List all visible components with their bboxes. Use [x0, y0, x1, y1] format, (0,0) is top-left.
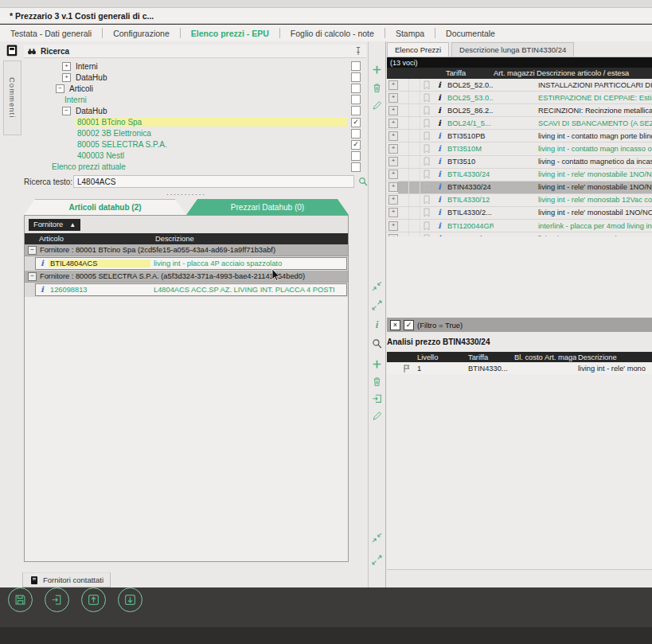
tab-stampa[interactable]: Stampa — [385, 25, 435, 41]
splitter-handle[interactable]: ........... — [24, 189, 349, 196]
filter-close-button[interactable]: × — [390, 320, 400, 330]
expand-icon[interactable]: + — [388, 182, 398, 192]
plus-button[interactable] — [372, 64, 383, 75]
expand-icon[interactable]: + — [388, 208, 398, 217]
collapse-icon[interactable]: − — [56, 84, 64, 93]
comments-side-tab[interactable]: Commenti — [3, 60, 21, 135]
expand-icon[interactable]: + — [62, 73, 71, 82]
tree-checkbox[interactable] — [351, 61, 361, 71]
tree-item[interactable]: −Articoli — [25, 83, 365, 94]
price-row[interactable]: +iBTIL4330/12living int - rele' monostab… — [387, 194, 652, 207]
trash-button[interactable] — [372, 376, 383, 387]
plus-button[interactable] — [372, 358, 383, 369]
expand-icon[interactable]: + — [388, 195, 398, 205]
tree-item[interactable]: −DataHub — [25, 105, 365, 116]
pencil-button[interactable] — [372, 410, 383, 421]
collapse-button[interactable] — [372, 280, 383, 291]
expand-icon[interactable]: + — [388, 157, 398, 166]
tree-checkbox[interactable] — [351, 151, 361, 161]
article-row[interactable]: iBTIL4804ACSliving int - placca 4P accia… — [35, 257, 347, 270]
duplicate-button[interactable] — [372, 392, 383, 404]
collapse-icon[interactable]: − — [28, 246, 37, 255]
tree-item[interactable]: 80002 3B Elettronica — [25, 128, 365, 139]
col-livello[interactable]: Livello — [416, 353, 455, 361]
pin-icon[interactable] — [353, 46, 363, 56]
tab-testata-dati-generali[interactable]: Testata - Dati generali — [0, 25, 102, 41]
expand-button[interactable] — [372, 299, 383, 310]
price-row[interactable]: +iBTI3510Mliving int - contatto magn inc… — [387, 142, 652, 155]
save-button[interactable] — [8, 587, 33, 612]
price-row[interactable]: +iBOL24/1_5...SCAVI DI SBANCAMENTO (A SE… — [387, 117, 652, 130]
tree-item[interactable]: +DataHub — [25, 72, 365, 83]
tab-documentale[interactable]: Documentale — [435, 25, 506, 41]
price-row[interactable]: +iBTIN4330/24living int - rele' monostab… — [387, 181, 652, 194]
tree-checkbox[interactable]: ✓ — [351, 140, 361, 150]
group-by-fornitore-button[interactable]: Fornitore ▲ — [29, 219, 80, 231]
expand-icon[interactable]: + — [388, 170, 398, 179]
filter-checkbox[interactable]: ✓ — [404, 320, 414, 330]
download-button[interactable] — [118, 587, 143, 612]
tree-item[interactable]: +Interni — [25, 60, 365, 72]
right-tab-elenco-prezzi[interactable]: Elenco Prezzi — [387, 42, 449, 57]
analysis-row[interactable]: 1 BTIN4330... living int - rele' mono — [387, 362, 652, 375]
tree-item[interactable]: 80001 BTcino Spa✓ — [25, 116, 365, 127]
price-row[interactable]: +iBTIL4330/24living int - rele' monostab… — [387, 169, 652, 181]
tree-item[interactable]: 80005 SELECTRA S.P.A.✓ — [25, 139, 365, 150]
expand-icon[interactable]: + — [388, 106, 398, 115]
expand-icon[interactable]: + — [388, 80, 398, 90]
price-row[interactable]: +iBTI3510PBliving int - contatto magn po… — [387, 130, 652, 142]
price-row[interactable]: +iBOL25_52.0...INSTALLAZIONI PARTICOLARI… — [387, 79, 652, 92]
group-header-row[interactable]: −Fornitore : 80001 BTcino Spa (2cd5fe15-… — [25, 244, 348, 256]
tree-checkbox[interactable]: ✓ — [351, 118, 361, 127]
collapse-icon[interactable]: − — [28, 272, 37, 281]
upload-button[interactable] — [81, 587, 106, 612]
col-bl-costo[interactable]: Bl. costo — [513, 353, 543, 361]
datahub-tab-prezzari-datahub-0-[interactable]: Prezzari Datahub (0) — [186, 199, 349, 215]
group-header-row[interactable]: −Fornitore : 80005 SELECTRA S.P.A. (a5f3… — [25, 271, 348, 283]
tree-checkbox[interactable] — [351, 162, 361, 172]
col-analysis-tariffa[interactable]: Tariffa — [467, 353, 513, 361]
info-button[interactable]: i — [372, 318, 383, 330]
fornitori-contattati-tab[interactable]: Fornitori contattati — [22, 572, 111, 587]
price-row[interactable]: +iBTIL4330/2...living int - rele' monost… — [387, 207, 652, 220]
tree-checkbox[interactable] — [351, 106, 361, 115]
expand-icon[interactable]: + — [388, 221, 398, 231]
price-row[interactable]: +iBOL25_53.0...ESTIRPAZIONE DI CEPPAIE: … — [387, 92, 652, 104]
col-analysis-descrizione[interactable]: Descrizione — [576, 353, 652, 361]
tree-checkbox[interactable] — [351, 72, 361, 82]
expand-icon[interactable]: + — [388, 131, 398, 141]
tree-checkbox[interactable] — [351, 95, 361, 104]
trash-button[interactable] — [372, 82, 383, 93]
tab-elenco-prezzi-epu[interactable]: Elenco prezzi - EPU — [181, 25, 279, 41]
price-row[interactable]: +iBTI120044GRinterlink - placca per 4mod… — [387, 220, 652, 232]
col-tariffa[interactable]: Tariffa — [444, 69, 492, 77]
expand-icon[interactable]: + — [388, 144, 398, 154]
datahub-tab-articoli-datahub-2-[interactable]: Articoli datahub (2) — [24, 199, 186, 215]
tree-checkbox[interactable] — [351, 129, 361, 139]
col-art-magazzino[interactable]: Art. magazzino — [492, 69, 535, 77]
col-descrizione-estesa[interactable]: Descrizione articolo / estesa — [535, 69, 652, 77]
expand-icon[interactable]: + — [388, 93, 398, 103]
col-descrizione[interactable]: Descrizione — [154, 235, 348, 243]
exit-button[interactable] — [45, 587, 69, 612]
search-input[interactable] — [73, 175, 354, 188]
tab-foglio-di-calcolo-note[interactable]: Foglio di calcolo - note — [280, 25, 385, 41]
article-row[interactable]: i126098813L4804ACS ACC.SP AZ. LIVING INT… — [35, 283, 347, 296]
collapse-icon[interactable]: − — [62, 107, 71, 115]
price-row[interactable]: +iBOL25_86.2...RECINZIONI: Recinzione me… — [387, 104, 652, 117]
tree-item[interactable]: 400003 Nestl — [25, 150, 365, 162]
tab-configurazione[interactable]: Configurazione — [103, 25, 180, 41]
tree-checkbox[interactable] — [351, 84, 361, 93]
expand-icon[interactable]: + — [388, 119, 398, 128]
expand-button[interactable] — [372, 554, 383, 565]
expand-icon[interactable]: + — [62, 62, 71, 71]
pencil-button[interactable] — [372, 100, 383, 111]
tree-item[interactable]: Elenco prezzi attuale — [25, 162, 365, 173]
search-magnifier-icon[interactable] — [358, 177, 368, 186]
tree-item[interactable]: Interni — [25, 94, 365, 105]
panel-book-icon[interactable] — [6, 45, 18, 57]
price-row[interactable]: +iBTI3510living - contatto magnetico da … — [387, 156, 652, 169]
col-art-maga[interactable]: Art. maga... — [543, 353, 576, 361]
right-tab-descrizione-lunga-btin4330-24[interactable]: Descrizione lunga BTIN4330/24 — [451, 42, 574, 57]
col-articolo[interactable]: Articolo — [37, 235, 154, 243]
